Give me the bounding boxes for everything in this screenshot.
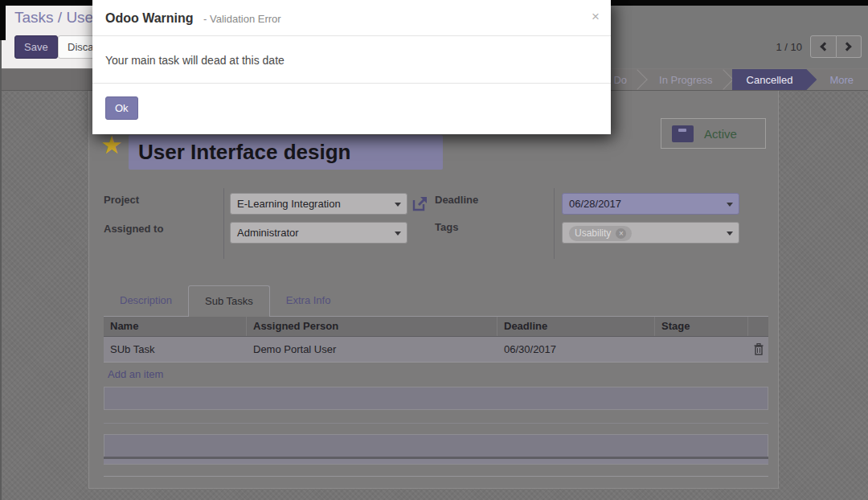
pager-next-button[interactable] [837, 35, 862, 58]
ok-button[interactable]: Ok [105, 96, 138, 120]
trash-icon [754, 343, 764, 355]
tag-remove-icon[interactable]: × [616, 228, 626, 239]
window-left-corner [0, 0, 6, 40]
tab-sub-tasks[interactable]: Sub Tasks [188, 285, 270, 317]
add-an-item-link[interactable]: Add an item [108, 368, 163, 380]
tag-label: Usability [575, 226, 611, 241]
save-button[interactable]: Save [14, 35, 58, 59]
active-label: Active [704, 127, 737, 141]
divider-line [104, 423, 768, 424]
stage-separator-icon [713, 69, 733, 89]
tab-extra-info[interactable]: Extra Info [270, 285, 347, 317]
divider-line [104, 476, 768, 477]
project-label: Project [104, 194, 139, 206]
dialog-header: Odoo Warning - Validation Error × [92, 0, 611, 36]
dialog-subtitle: - Validation Error [203, 13, 281, 25]
external-link-icon[interactable] [411, 195, 429, 212]
odoo-app-screen: Tasks / User Interface design Save Disca… [0, 0, 868, 500]
window-left-edge [0, 40, 2, 500]
stage-more-dropdown[interactable]: More [817, 69, 868, 90]
column-header-name[interactable]: Name [104, 317, 247, 336]
table-header-row: Name Assigned Person Deadline Stage [104, 317, 768, 337]
empty-field-band[interactable] [104, 387, 768, 410]
chevron-right-icon [843, 42, 852, 51]
project-select[interactable]: E-Learning Integration [230, 193, 407, 215]
archive-box-icon [672, 125, 694, 142]
assigned-to-label: Assigned to [104, 223, 163, 235]
active-toggle-button[interactable]: Active [661, 118, 766, 149]
field-group-divider [554, 188, 555, 259]
pager-counter: 1 / 10 [755, 41, 802, 53]
row-deadline: 06/30/2017 [497, 337, 655, 362]
stage-label: More [829, 74, 854, 86]
priority-star-icon[interactable]: ★ [100, 133, 123, 158]
dropdown-caret-icon [395, 203, 401, 207]
dialog-message: Your main task will dead at this date [92, 36, 611, 84]
project-value: E-Learning Integration [237, 198, 341, 210]
stage-cancelled-active[interactable]: Cancelled [732, 69, 817, 90]
chevron-left-icon [820, 42, 829, 51]
assigned-to-value: Administrator [237, 227, 299, 239]
column-header-stage[interactable]: Stage [655, 317, 748, 336]
deadline-value: 06/28/2017 [569, 198, 621, 210]
field-group-divider [223, 188, 224, 259]
tab-description[interactable]: Description [104, 285, 188, 317]
control-panel-dim-overlay [607, 0, 868, 68]
notebook-tabs: Description Sub Tasks Extra Info [104, 285, 346, 317]
stage-label: Cancelled [747, 74, 793, 86]
dialog-footer: Ok [92, 84, 611, 134]
divider-strip-light [104, 459, 768, 465]
dropdown-caret-icon [727, 203, 733, 207]
assigned-to-select[interactable]: Administrator [230, 222, 407, 244]
tags-field[interactable]: Usability × [562, 222, 739, 244]
delete-row-button[interactable] [748, 337, 768, 362]
subtasks-table: Name Assigned Person Deadline Stage SUb … [104, 317, 768, 363]
table-row[interactable]: SUb Task Demo Portal User 06/30/2017 [104, 337, 768, 363]
pager-previous-button[interactable] [810, 35, 837, 58]
tags-label: Tags [435, 221, 458, 233]
row-name: SUb Task [104, 337, 247, 362]
column-header-deadline[interactable]: Deadline [497, 317, 655, 336]
task-title-field[interactable]: User Interface design [129, 135, 443, 170]
warning-dialog: Odoo Warning - Validation Error × Your m… [92, 0, 611, 134]
stage-in-progress[interactable]: In Progress [646, 69, 731, 90]
column-header-actions [748, 317, 768, 336]
empty-field-band[interactable] [104, 434, 768, 457]
row-assigned-person: Demo Portal User [247, 337, 497, 362]
deadline-date-field[interactable]: 06/28/2017 [562, 193, 739, 215]
deadline-label: Deadline [435, 194, 478, 206]
stage-strip: To Do In Progress Cancelled More [587, 69, 868, 90]
close-icon[interactable]: × [592, 10, 600, 23]
stage-label: In Progress [659, 74, 712, 86]
tag-pill: Usability × [569, 226, 632, 241]
dialog-title: Odoo Warning [105, 11, 194, 25]
row-stage [655, 337, 748, 362]
dropdown-caret-icon [395, 232, 401, 236]
dropdown-caret-icon [727, 232, 733, 236]
form-sheet: ★ User Interface design Active Project A… [88, 91, 779, 489]
pager [810, 35, 862, 58]
stage-separator-icon [627, 69, 647, 89]
column-header-assigned-person[interactable]: Assigned Person [247, 317, 497, 336]
